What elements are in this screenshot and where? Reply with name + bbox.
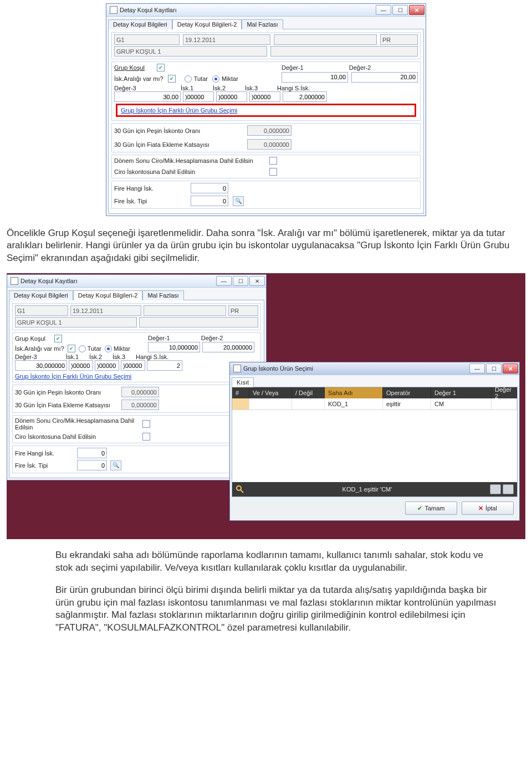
minimize-button[interactable]: — [216,276,232,286]
input-fire-tipi[interactable] [77,460,107,470]
tab-kisit[interactable]: Kısıt [232,377,254,387]
checkbox-grup-kosul[interactable]: ✔ [54,335,62,342]
input-isk3[interactable] [121,360,145,371]
input-deger3[interactable] [114,91,181,102]
cell-degil[interactable] [292,398,325,409]
svg-point-0 [237,486,241,490]
window-detay-kosul-1: Detay Koşul Kayıtları — ☐ ✕ Detay Koşul … [106,3,426,216]
label-miktar: Miktar [114,345,130,352]
input-deger3[interactable] [15,360,67,371]
cell-saha[interactable]: KOD_1 [325,398,383,409]
label-fire-tipi: Fire İsk. Tipi [15,462,74,469]
col-num[interactable]: # [232,387,249,398]
checkbox-isk-araligi[interactable]: ✔ [68,345,75,352]
window-title: Detay Koşul Kayıtları [120,7,177,13]
maximize-button[interactable]: ☐ [486,363,502,373]
radio-miktar[interactable] [212,75,219,83]
nav-up-icon[interactable] [490,484,501,494]
col-operator[interactable]: Operatör [383,387,431,398]
tab-mal-fazlasi[interactable]: Mal Fazlası [142,290,183,300]
minimize-button[interactable]: — [376,5,391,15]
tab-detay-1[interactable]: Detay Koşul Bilgileri [108,19,172,29]
col-deger1[interactable]: Değer 1 [431,387,492,398]
input-fire-hangi[interactable] [77,448,107,458]
radio-miktar[interactable] [105,345,112,352]
label-deger3: Değer-3 [15,354,58,360]
code-field[interactable] [114,34,180,45]
date-field[interactable] [70,305,141,316]
link-grup-iskonto[interactable]: Grup İskonto İçin Farklı Ürün Grubu Seçi… [15,373,131,380]
col-veveya[interactable]: Ve / Veya [249,387,292,398]
lookup-icon[interactable]: 🔍 [110,460,121,470]
cell-op[interactable]: eşittir [383,398,431,409]
titlebar-popup: Grup İskonto Ürün Seçimi — ☐ ✕ [230,362,519,375]
checkbox-donem[interactable] [269,157,277,165]
radio-tutar[interactable] [79,345,86,352]
cell-veveya[interactable] [249,398,292,409]
lookup-icon[interactable]: 🔍 [233,196,244,206]
label-hangi: Hangi S.İsk. [277,85,310,91]
label-ciro: Ciro İskontosuna Dahil Edilsin [114,168,258,175]
col-saha-adi[interactable]: Saha Adı [325,387,383,398]
paragraph-2: Bu ekrandaki saha adı bölümünde raporlam… [55,549,499,574]
cancel-button[interactable]: ✕İptal [462,501,514,515]
date-field[interactable] [183,34,270,45]
input-isk1[interactable] [69,360,93,371]
checkbox-ciro[interactable] [142,433,150,441]
code-field[interactable] [15,305,68,316]
checkbox-isk-araligi[interactable]: ✔ [168,75,176,83]
blank-field[interactable] [144,305,226,316]
input-deger1[interactable] [148,342,200,352]
tab-detay-1[interactable]: Detay Koşul Bilgileri [9,290,73,300]
checkbox-grup-kosul[interactable]: ✔ [157,64,165,71]
label-isk1: İsk.1 [66,354,81,360]
input-fire-tipi[interactable] [191,196,228,206]
input-fire-hangi[interactable] [191,183,228,193]
input-deger2[interactable] [351,72,418,83]
input-hangi[interactable] [147,360,182,371]
name-field[interactable] [114,46,267,57]
input-hangi[interactable] [283,91,327,102]
label-isk-araligi: İsk.Aralığı var mı? [15,345,64,352]
cell-d2[interactable] [492,398,517,409]
blank-field-1[interactable] [274,34,377,45]
input-pesin[interactable] [247,125,291,136]
input-isk2[interactable] [95,360,119,371]
nav-down-icon[interactable] [503,484,514,494]
cell-d1[interactable]: CM [431,398,492,409]
input-isk3[interactable] [249,91,280,102]
input-pesin[interactable] [121,387,159,397]
titlebar-2: Detay Koşul Kayıtları — ☐ ✕ [7,275,266,288]
tab-detay-2[interactable]: Detay Koşul Bilgileri-2 [172,19,242,29]
input-fiata[interactable] [247,139,291,150]
input-deger2[interactable] [202,342,254,352]
tab-mal-fazlasi[interactable]: Mal Fazlası [242,19,283,29]
label-ciro: Ciro İskontosuna Dahil Edilsin [15,433,135,440]
col-degil[interactable]: / Değil [292,387,325,398]
tab-strip: Detay Koşul Bilgileri Detay Koşul Bilgil… [108,19,426,29]
maximize-button[interactable]: ☐ [392,5,408,15]
blank-field-2[interactable] [270,46,418,57]
blank-field[interactable] [139,317,258,327]
close-button[interactable]: ✕ [503,363,518,373]
input-fiata[interactable] [121,400,159,410]
checkbox-donem[interactable] [142,420,150,428]
name-field[interactable] [15,317,137,327]
maximize-button[interactable]: ☐ [233,276,248,286]
fiyat-field[interactable] [228,305,258,316]
ok-button[interactable]: ✔Tamam [405,501,457,515]
close-button[interactable]: ✕ [249,276,265,286]
grid-row[interactable]: KOD_1 eşittir CM [232,398,517,410]
checkbox-ciro[interactable] [269,168,277,176]
fiyat-field[interactable] [380,34,418,45]
close-button[interactable]: ✕ [409,5,424,15]
col-deger2[interactable]: Değer 2 [492,387,517,398]
tab-detay-2[interactable]: Detay Koşul Bilgileri-2 [73,290,143,300]
input-isk1[interactable] [183,91,214,102]
input-isk2[interactable] [216,91,247,102]
label-fiata: 30 Gün İçin Fiata Ekleme Katsayısı [15,402,110,408]
input-deger1[interactable] [282,72,348,83]
radio-tutar[interactable] [185,75,192,83]
link-grup-iskonto[interactable]: Grup İskonto İçin Farklı Ürün Grubu Seçi… [121,107,237,114]
minimize-button[interactable]: — [469,363,485,373]
